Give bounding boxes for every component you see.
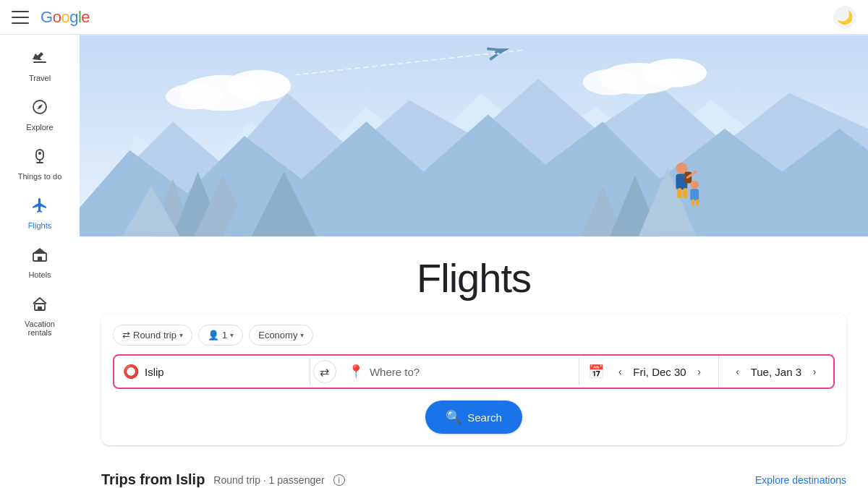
departure-next-button[interactable]: › [689,361,710,382]
content-area: Flights ⇄ Round trip ▾ 👤 1 ▾ [80,35,868,488]
return-date-display: ‹ Tue, Jan 3 › [728,361,825,382]
cabin-class-dropdown[interactable]: Economy ▾ [249,325,313,346]
google-logo: Google [41,8,90,27]
dark-mode-button[interactable]: 🌙 [833,6,856,29]
sidebar-item-flights[interactable]: Flights [6,189,74,237]
things-to-do-icon [31,147,48,169]
trip-type-chevron: ▾ [179,331,183,339]
departure-date-section[interactable]: 📅 ‹ Fri, Dec 30 › [579,356,718,388]
menu-button[interactable] [12,9,29,26]
svg-point-34 [690,180,699,189]
search-icon: 🔍 [446,409,461,425]
trip-type-dropdown[interactable]: ⇄ Round trip ▾ [113,325,192,346]
search-options-row: ⇄ Round trip ▾ 👤 1 ▾ Economy ▾ [113,325,835,346]
svg-rect-0 [33,61,46,63]
swap-button[interactable]: ⇄ [313,360,336,383]
swap-icon: ⇄ [122,330,130,341]
trip-type-label: Round trip [133,330,176,341]
search-inputs-row: ⭕ ⇄ 📍 📅 ‹ Fri, Dec 3 [113,354,835,389]
info-icon[interactable]: i [333,474,345,486]
search-button[interactable]: 🔍 Search [425,401,522,434]
svg-rect-7 [38,307,42,310]
cabin-class-label: Economy [258,330,297,341]
svg-point-23 [166,84,223,110]
destination-input[interactable] [370,366,570,378]
departure-prev-button[interactable]: ‹ [610,361,630,382]
sidebar-item-vacation-rentals[interactable]: Vacation rentals [6,288,74,344]
return-date-text: Tue, Jan 3 [751,366,801,378]
return-prev-button[interactable]: ‹ [728,361,748,382]
sidebar-item-hotels[interactable]: Hotels [6,239,74,286]
departure-date-text: Fri, Dec 30 [633,366,686,378]
svg-rect-32 [677,188,681,198]
sidebar-label-travel: Travel [29,74,51,82]
sidebar-label-hotels: Hotels [28,270,51,279]
page-title: Flights [80,254,868,301]
sidebar-item-travel[interactable]: Travel [6,42,74,90]
sidebar-label-vacation: Vacation rentals [12,320,68,337]
vacation-rentals-icon [31,295,48,317]
sidebar-item-things-to-do[interactable]: Things to do [6,140,74,188]
destination-marker-icon: 📍 [348,364,364,380]
trips-section: Trips from Islip Round trip · 1 passenge… [80,460,868,488]
return-next-button[interactable]: › [804,361,825,382]
svg-point-22 [226,70,291,102]
origin-circle-icon: ⭕ [123,364,139,380]
header: Google 🌙 [0,0,868,35]
svg-rect-35 [690,189,699,200]
origin-input[interactable] [145,366,301,378]
svg-rect-5 [38,257,42,261]
flights-icon [31,197,48,218]
sidebar-label-things: Things to do [18,172,62,181]
sidebar-item-explore[interactable]: Explore [6,91,74,139]
passenger-icon: 👤 [208,330,219,341]
search-label: Search [467,411,502,424]
svg-rect-37 [696,199,699,206]
search-section: ⇄ Round trip ▾ 👤 1 ▾ Economy ▾ [80,313,868,460]
explore-destinations-link[interactable]: Explore destinations [755,474,846,486]
svg-point-26 [583,69,637,95]
sidebar-label-explore: Explore [26,123,53,132]
main-layout: Travel Explore Things to do [0,35,868,488]
departure-date-display: ‹ Fri, Dec 30 › [610,361,709,382]
passengers-label: 1 [222,330,227,341]
explore-icon [31,98,48,120]
origin-input-group[interactable]: ⭕ [114,358,310,385]
return-date-section[interactable]: ‹ Tue, Jan 3 › [718,356,833,388]
svg-rect-33 [683,188,687,198]
page-title-section: Flights [80,237,868,313]
hero-illustration [80,35,868,237]
sidebar-label-flights: Flights [28,221,51,230]
destination-input-group[interactable]: 📍 [339,358,579,385]
svg-rect-36 [692,199,694,206]
hotels-icon [31,246,48,267]
sidebar: Travel Explore Things to do [0,35,80,488]
cabin-chevron: ▾ [300,331,304,339]
search-card: ⇄ Round trip ▾ 👤 1 ▾ Economy ▾ [101,313,846,445]
passengers-chevron: ▾ [230,331,234,339]
calendar-icon: 📅 [588,364,604,380]
travel-icon [31,49,48,71]
passengers-dropdown[interactable]: 👤 1 ▾ [198,325,243,346]
trips-subtitle: Round trip · 1 passenger [213,474,324,486]
search-button-row: 🔍 Search [113,401,835,434]
svg-point-3 [38,152,41,155]
svg-point-25 [642,59,707,87]
trips-header: Trips from Islip Round trip · 1 passenge… [101,471,846,488]
trips-title: Trips from Islip [101,471,205,488]
